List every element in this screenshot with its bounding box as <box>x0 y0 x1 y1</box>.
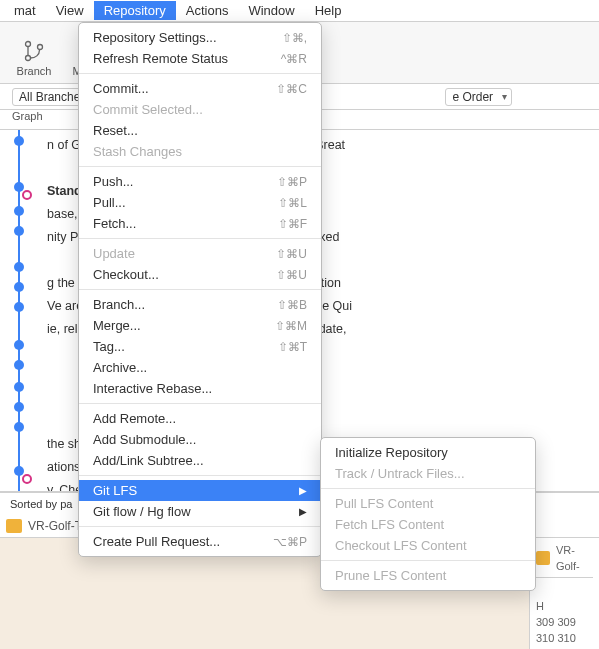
shortcut: ⇧⌘C <box>276 82 307 96</box>
graph-column <box>0 130 45 491</box>
menu-item-track-untrack-files: Track / Untrack Files... <box>321 463 535 484</box>
shortcut: ⇧⌘T <box>278 340 307 354</box>
menu-mat[interactable]: mat <box>4 1 46 20</box>
svg-point-1 <box>26 56 31 61</box>
shortcut: ⇧⌘U <box>276 247 307 261</box>
chevron-right-icon: ▶ <box>299 485 307 496</box>
shortcut: ⇧⌘B <box>277 298 307 312</box>
menu-item-create-pull-request[interactable]: Create Pull Request...⌥⌘P <box>79 531 321 552</box>
menu-repository[interactable]: Repository <box>94 1 176 20</box>
diff-line: H <box>536 598 593 614</box>
shortcut: ⇧⌘L <box>278 196 307 210</box>
branch-label: Branch <box>17 65 52 77</box>
menu-item-stash-changes: Stash Changes <box>79 141 321 162</box>
menu-item-merge[interactable]: Merge...⇧⌘M <box>79 315 321 336</box>
menu-view[interactable]: View <box>46 1 94 20</box>
menu-item-repository-settings[interactable]: Repository Settings...⇧⌘, <box>79 27 321 48</box>
current-commit-dot <box>22 190 32 200</box>
menu-item-push[interactable]: Push...⇧⌘P <box>79 171 321 192</box>
shortcut: ⇧⌘M <box>275 319 307 333</box>
shortcut: ⇧⌘P <box>277 175 307 189</box>
menu-help[interactable]: Help <box>305 1 352 20</box>
menu-item-tag[interactable]: Tag...⇧⌘T <box>79 336 321 357</box>
shortcut: ⇧⌘U <box>276 268 307 282</box>
order-select[interactable]: e Order <box>445 88 512 106</box>
shortcut: ⇧⌘F <box>278 217 307 231</box>
menu-item-checkout-lfs-content: Checkout LFS Content <box>321 535 535 556</box>
branch-icon <box>20 37 48 65</box>
menu-item-initialize-repository[interactable]: Initialize Repository <box>321 442 535 463</box>
menu-item-add-submodule[interactable]: Add Submodule... <box>79 429 321 450</box>
menu-item-git-flow-hg-flow[interactable]: Git flow / Hg flow▶ <box>79 501 321 522</box>
folder-icon <box>6 519 22 533</box>
menu-actions[interactable]: Actions <box>176 1 239 20</box>
diff-line: 310 310 <box>536 630 593 646</box>
menu-window[interactable]: Window <box>238 1 304 20</box>
menu-item-git-lfs[interactable]: Git LFS▶ <box>79 480 321 501</box>
menu-item-update: Update⇧⌘U <box>79 243 321 264</box>
diff-pane: VR-Golf- H309 309310 310311 311 <box>529 538 599 649</box>
menu-item-commit[interactable]: Commit...⇧⌘C <box>79 78 321 99</box>
git-lfs-submenu: Initialize RepositoryTrack / Untrack Fil… <box>320 437 536 591</box>
diff-line <box>536 582 593 598</box>
svg-point-0 <box>26 42 31 47</box>
menu-item-refresh-remote-status[interactable]: Refresh Remote Status^⌘R <box>79 48 321 69</box>
chevron-right-icon: ▶ <box>299 506 307 517</box>
menu-item-prune-lfs-content: Prune LFS Content <box>321 565 535 586</box>
shortcut: ⇧⌘, <box>282 31 307 45</box>
menu-item-pull[interactable]: Pull...⇧⌘L <box>79 192 321 213</box>
diff-tab[interactable]: VR-Golf- <box>536 542 593 578</box>
diff-line: 309 309 <box>536 614 593 630</box>
menu-item-add-link-subtree[interactable]: Add/Link Subtree... <box>79 450 321 471</box>
menu-item-commit-selected: Commit Selected... <box>79 99 321 120</box>
branch-tool[interactable]: Branch <box>12 37 56 77</box>
menu-item-reset[interactable]: Reset... <box>79 120 321 141</box>
menu-item-fetch-lfs-content: Fetch LFS Content <box>321 514 535 535</box>
menu-item-checkout[interactable]: Checkout...⇧⌘U <box>79 264 321 285</box>
menubar: matViewRepositoryActionsWindowHelp <box>0 0 599 22</box>
menu-item-interactive-rebase[interactable]: Interactive Rebase... <box>79 378 321 399</box>
menu-item-pull-lfs-content: Pull LFS Content <box>321 493 535 514</box>
menu-item-fetch[interactable]: Fetch...⇧⌘F <box>79 213 321 234</box>
repository-menu: Repository Settings...⇧⌘,Refresh Remote … <box>78 22 322 557</box>
menu-item-archive[interactable]: Archive... <box>79 357 321 378</box>
shortcut: ⌥⌘P <box>273 535 307 549</box>
shortcut: ^⌘R <box>281 52 307 66</box>
menu-item-add-remote[interactable]: Add Remote... <box>79 408 321 429</box>
menu-item-branch[interactable]: Branch...⇧⌘B <box>79 294 321 315</box>
folder-icon <box>536 551 550 565</box>
svg-point-2 <box>38 45 43 50</box>
